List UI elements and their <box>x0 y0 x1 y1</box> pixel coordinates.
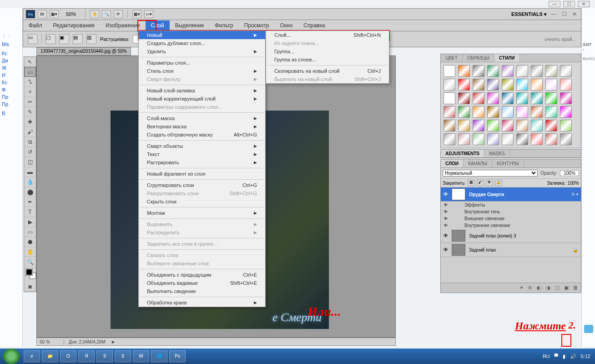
style-swatch[interactable] <box>516 65 528 77</box>
taskbar-app[interactable]: 9 <box>96 350 113 362</box>
tray-network-icon[interactable]: ▮ <box>563 354 565 359</box>
menu-item[interactable]: Объединить видимыеShift+Ctrl+E <box>139 279 265 287</box>
menu-item[interactable]: Создать дубликат слоя... <box>139 39 265 47</box>
style-swatch[interactable] <box>444 92 455 104</box>
submenu-item[interactable]: Группа... <box>266 47 389 56</box>
selection-intersect-icon[interactable]: ▥ <box>86 34 96 44</box>
taskbar-app[interactable]: Ps <box>169 350 186 362</box>
layer-row[interactable]: 👁Задний план (копия) 3 <box>441 229 581 243</box>
style-swatch[interactable] <box>516 120 528 131</box>
lasso-tool-icon[interactable]: ᔐ <box>24 77 36 87</box>
menu-item[interactable]: Новый корректирующий слой▶ <box>139 95 265 103</box>
marquee-tool-icon[interactable]: ▭ <box>24 67 36 77</box>
brush-tool-icon[interactable]: 🖌 <box>24 127 36 137</box>
style-swatch[interactable] <box>458 133 470 145</box>
lock-position-icon[interactable]: ✥ <box>486 180 493 186</box>
menu-окно[interactable]: Окно <box>274 20 298 30</box>
color-swatches[interactable] <box>24 267 36 282</box>
selection-subtract-icon[interactable]: ▤ <box>73 34 83 44</box>
menu-item[interactable]: Сгруппировать слоиCtrl+G <box>139 181 265 189</box>
visibility-icon[interactable]: 👁 <box>441 223 451 228</box>
move-tool-icon[interactable]: ↖ <box>24 57 36 67</box>
style-swatch[interactable] <box>473 120 484 131</box>
new-layer-icon[interactable]: ▣ <box>564 285 569 291</box>
start-button[interactable] <box>3 349 20 364</box>
phone-icon[interactable] <box>584 325 593 333</box>
menu-item[interactable]: Растрировать▶ <box>139 158 265 167</box>
gradient-tool-icon[interactable]: ▬ <box>24 167 36 177</box>
style-swatch[interactable] <box>545 120 557 131</box>
tray-volume-icon[interactable]: 🔊 <box>570 354 576 359</box>
rotate-view-icon[interactable]: ⟳ <box>114 10 123 18</box>
menu-изображение[interactable]: Изображение <box>100 20 146 30</box>
style-swatch[interactable] <box>516 133 528 145</box>
style-swatch[interactable] <box>444 65 455 77</box>
panel-tab[interactable]: КАНАЛЫ <box>464 160 492 167</box>
menu-выделение[interactable]: Выделение <box>170 20 210 30</box>
style-swatch[interactable] <box>502 65 514 77</box>
visibility-icon[interactable]: 👁 <box>441 209 451 214</box>
style-swatch[interactable] <box>516 79 528 91</box>
blur-tool-icon[interactable]: 💧 <box>24 177 36 187</box>
lock-all-icon[interactable]: 🔒 <box>495 180 502 186</box>
eraser-tool-icon[interactable]: ◫ <box>24 157 36 167</box>
marquee-preset-icon[interactable]: ▭ <box>28 34 38 44</box>
zoom-tool-icon[interactable]: 🔍 <box>102 10 111 18</box>
style-swatch[interactable] <box>502 120 514 131</box>
style-swatch[interactable] <box>487 120 499 131</box>
layer-thumb[interactable]: T <box>452 188 465 200</box>
opacity-value[interactable]: 100% <box>560 170 579 176</box>
taskbar-app[interactable]: e <box>24 350 40 362</box>
style-swatch[interactable] <box>444 133 455 145</box>
menu-item[interactable]: Параметры слоя... <box>139 59 265 67</box>
style-swatch[interactable] <box>531 79 543 91</box>
menu-item[interactable]: Новый слой-заливка▶ <box>139 86 265 95</box>
style-swatch[interactable] <box>444 79 455 91</box>
taskbar-app[interactable]: Я <box>78 350 95 362</box>
style-swatch[interactable] <box>531 65 543 77</box>
menu-item[interactable]: Объединить с предыдущимCtrl+E <box>139 271 265 279</box>
taskbar-app[interactable]: O <box>60 350 76 362</box>
menu-item[interactable]: Стиль слоя▶ <box>139 67 265 75</box>
style-swatch[interactable] <box>531 120 543 131</box>
style-swatch[interactable] <box>487 133 499 145</box>
layer-effect[interactable]: 👁Внутреннее свечение <box>441 222 581 229</box>
os-close-button[interactable]: ✕ <box>578 1 590 7</box>
visibility-icon[interactable]: 👁 <box>441 216 451 221</box>
style-swatch[interactable] <box>531 92 543 104</box>
panel-tab[interactable]: ОБРАЗЦЫ <box>463 54 494 62</box>
os-minimize-button[interactable]: — <box>549 1 560 7</box>
menu-item[interactable]: Векторная маска▶ <box>139 122 265 131</box>
style-swatch[interactable] <box>502 106 514 118</box>
hand-tool-icon[interactable]: ✋ <box>90 10 99 18</box>
style-swatch[interactable] <box>560 106 572 118</box>
style-swatch[interactable] <box>502 79 514 91</box>
zoom-indicator[interactable]: 50% <box>61 11 81 17</box>
menu-item[interactable]: Обработка краев▶ <box>139 298 265 307</box>
visibility-icon[interactable]: 👁 <box>441 202 451 207</box>
visibility-icon[interactable]: 👁 <box>441 191 451 197</box>
style-swatch[interactable] <box>545 133 557 145</box>
style-swatch[interactable] <box>560 92 572 104</box>
workspace-selector[interactable]: ESSENTIALS ▾ <box>511 11 547 17</box>
status-zoom[interactable]: 50 % <box>37 339 64 344</box>
history-brush-icon[interactable]: ↺ <box>24 147 36 157</box>
refine-edge-button[interactable]: очнить край... <box>545 36 576 42</box>
hand-tool-icon[interactable]: ✋ <box>24 247 36 257</box>
style-swatch[interactable] <box>473 106 484 118</box>
wand-tool-icon[interactable]: ✧ <box>24 87 36 97</box>
menu-редактирование[interactable]: Редактирование <box>48 20 100 30</box>
style-swatch[interactable] <box>487 65 499 77</box>
style-swatch[interactable] <box>458 79 470 91</box>
menu-item[interactable]: Выполнить сведение <box>139 287 265 295</box>
adjustment-layer-icon[interactable]: ◑ <box>546 285 550 291</box>
style-swatch[interactable] <box>487 79 499 91</box>
menu-item[interactable]: Смарт-объекты▶ <box>139 142 265 150</box>
lock-pixels-icon[interactable]: 🖌 <box>477 180 484 186</box>
menu-слой[interactable]: Слой <box>146 20 170 30</box>
arrange-docs-button[interactable]: ▦▾ <box>132 10 141 18</box>
style-swatch[interactable] <box>502 92 514 104</box>
menu-файл[interactable]: Файл <box>23 20 48 30</box>
style-swatch[interactable] <box>458 106 470 118</box>
menu-item[interactable]: Удалить▶ <box>139 47 265 56</box>
